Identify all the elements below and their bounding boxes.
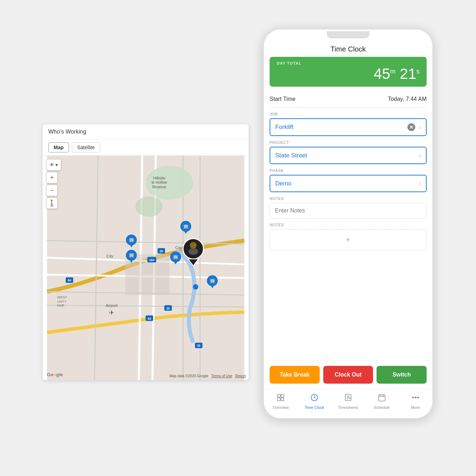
svg-text:Hillside: Hillside xyxy=(153,176,165,180)
map-tab-satellite[interactable]: Satellite xyxy=(72,142,100,152)
svg-point-59 xyxy=(412,397,413,398)
notes-field-group-2: NOTES + xyxy=(270,223,427,250)
svg-text:84: 84 xyxy=(148,317,151,320)
svg-text:84: 84 xyxy=(68,278,71,282)
phone-notch xyxy=(327,31,369,38)
nav-label-overview: Overview xyxy=(272,405,289,410)
nav-label-schedule: Schedule xyxy=(374,405,390,410)
phase-selector[interactable]: Demo › xyxy=(270,175,427,192)
bottom-nav: Overview Time Clock xyxy=(264,389,432,418)
svg-point-2 xyxy=(135,196,163,217)
nav-label-timesheets: Timesheets xyxy=(338,405,358,410)
svg-text:184: 184 xyxy=(149,258,155,262)
notes-label-2: NOTES xyxy=(270,223,427,227)
project-field-group: PROJECT State Street › xyxy=(270,140,427,164)
job-icons: ✕ › xyxy=(407,123,421,131)
overview-icon xyxy=(276,393,285,404)
terms-link[interactable]: Terms of Use xyxy=(211,374,232,378)
svg-rect-55 xyxy=(379,395,385,401)
svg-point-43 xyxy=(190,242,196,249)
svg-text:✈: ✈ xyxy=(109,309,114,316)
svg-text:WEST: WEST xyxy=(57,295,67,299)
notes-add-icon: + xyxy=(346,235,351,244)
phase-field-group: PHASE Demo › xyxy=(270,168,427,192)
svg-point-44 xyxy=(189,248,198,255)
svg-text:🏢: 🏢 xyxy=(129,237,134,242)
job-value: Forklift xyxy=(275,124,293,131)
nav-item-timeclock[interactable]: Time Clock xyxy=(298,392,331,411)
zoom-in-button[interactable]: + xyxy=(46,172,58,183)
start-time-value: Today, 7:44 AM xyxy=(388,96,427,102)
report-link[interactable]: Report xyxy=(235,374,246,378)
job-chevron-icon: › xyxy=(419,124,421,131)
job-selector[interactable]: Forklift ✕ › xyxy=(270,118,427,136)
day-total-time: 45m 21s xyxy=(277,65,420,82)
notes-input[interactable] xyxy=(270,203,427,218)
clock-out-button[interactable]: Clock Out xyxy=(323,366,373,384)
svg-text:26: 26 xyxy=(159,249,163,253)
start-time-row: Start Time Today, 7:44 AM xyxy=(270,91,427,108)
zoom-out-button[interactable]: − xyxy=(46,185,58,196)
day-total-minutes: 45 xyxy=(374,65,390,82)
phone-device: Time Clock DAY TOTAL 45m 21s Start Time … xyxy=(263,28,433,419)
svg-text:NCE: NCE xyxy=(57,303,64,307)
job-label: JOB xyxy=(270,112,427,116)
nav-item-timesheets[interactable]: Timesheets xyxy=(331,392,365,411)
svg-rect-47 xyxy=(281,394,284,397)
phase-value: Demo xyxy=(275,180,291,187)
job-field-group: JOB Forklift ✕ › xyxy=(270,112,427,136)
timesheets-icon xyxy=(344,393,352,404)
project-chevron-icon: › xyxy=(419,152,421,159)
form-section: Start Time Today, 7:44 AM JOB Forklift ✕… xyxy=(264,91,432,361)
svg-point-61 xyxy=(417,397,418,398)
day-total-seconds: 21 xyxy=(400,65,416,82)
map-toolbar: Map Satellite xyxy=(43,140,249,156)
phone-top-bar xyxy=(264,29,432,40)
svg-rect-48 xyxy=(277,398,280,401)
action-buttons: Take Break Clock Out Switch xyxy=(264,361,432,389)
svg-text:UNTY: UNTY xyxy=(57,299,67,303)
svg-text:City: City xyxy=(107,254,114,258)
switch-button[interactable]: Switch xyxy=(377,366,427,384)
map-panel: Who's Working Map Satellite xyxy=(43,124,249,380)
phase-chevron-icon: › xyxy=(419,180,421,187)
project-label: PROJECT xyxy=(270,140,427,145)
more-icon xyxy=(411,393,420,404)
svg-rect-49 xyxy=(281,398,284,401)
svg-text:20: 20 xyxy=(166,307,170,310)
timeclock-icon xyxy=(310,393,319,404)
map-container: 184 84 84 20 26 30 Hillside to Hollow Re… xyxy=(43,156,249,380)
project-selector[interactable]: State Street › xyxy=(270,147,427,164)
start-time-label: Start Time xyxy=(270,96,296,102)
take-break-button[interactable]: Take Break xyxy=(270,366,320,384)
svg-text:🏢: 🏢 xyxy=(183,224,189,229)
nav-item-more[interactable]: More xyxy=(399,392,432,411)
svg-text:🏢: 🏢 xyxy=(173,254,178,259)
svg-text:🏢: 🏢 xyxy=(129,253,134,258)
day-total-label: DAY TOTAL xyxy=(277,61,420,65)
project-value: State Street xyxy=(275,152,307,159)
google-logo: Google xyxy=(47,372,63,377)
nav-item-overview[interactable]: Overview xyxy=(264,392,298,411)
job-clear-icon[interactable]: ✕ xyxy=(407,123,415,131)
schedule-icon xyxy=(378,393,386,404)
svg-rect-46 xyxy=(277,394,280,397)
nav-item-schedule[interactable]: Schedule xyxy=(365,392,399,411)
svg-text:🏢: 🏢 xyxy=(210,278,215,283)
svg-text:Airport: Airport xyxy=(106,303,118,308)
nav-label-more: More xyxy=(411,405,420,410)
screen-title: Time Clock xyxy=(264,40,432,57)
map-title: Who's Working xyxy=(43,124,249,140)
notes-field-group-1: NOTES xyxy=(270,196,427,218)
notes-add-box[interactable]: + xyxy=(270,229,427,250)
map-tab-map[interactable]: Map xyxy=(48,142,69,152)
svg-text:Reserve: Reserve xyxy=(152,185,166,189)
street-view-button[interactable]: 🚶 xyxy=(46,198,58,209)
notes-label-1: NOTES xyxy=(270,196,427,201)
svg-text:30: 30 xyxy=(197,344,201,347)
phone-content: Time Clock DAY TOTAL 45m 21s Start Time … xyxy=(264,40,432,418)
day-total-bar: DAY TOTAL 45m 21s xyxy=(270,57,427,87)
eye-button[interactable]: 👁 ▾ xyxy=(46,159,61,171)
map-copyright: Map data ©2020 Google Terms of Use Repor… xyxy=(169,374,246,378)
svg-text:to Hollow: to Hollow xyxy=(152,180,167,184)
